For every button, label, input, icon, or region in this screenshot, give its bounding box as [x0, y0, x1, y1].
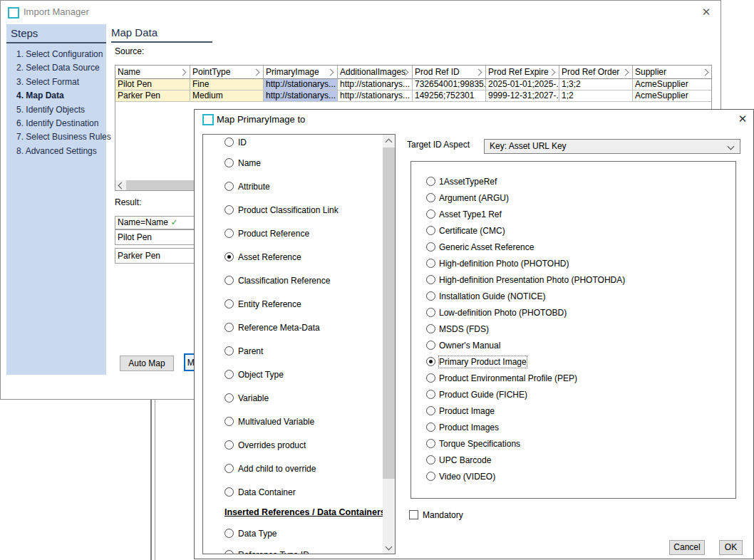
radio-option-parent[interactable]: Parent: [203, 346, 382, 357]
radio-option-id[interactable]: ID: [203, 137, 382, 148]
radio-selected-icon: [426, 357, 435, 366]
column-header-prod-ref-order[interactable]: Prod Ref Order: [559, 66, 633, 79]
result-label: Result:: [115, 197, 141, 207]
radio-option-product-reference[interactable]: Product Reference: [203, 228, 382, 239]
column-header-supplier[interactable]: Supplier: [633, 66, 712, 79]
sidebar-item-2-select-data-source[interactable]: 2. Select Data Source: [16, 62, 105, 73]
table-cell: http://stationarys...: [264, 79, 338, 90]
radio-icon: [224, 299, 234, 308]
radio-option-generic-asset-reference[interactable]: Generic Asset Reference: [411, 242, 723, 253]
radio-option-data-container[interactable]: Data Container: [203, 487, 382, 498]
sidebar-item-6-identify-destination[interactable]: 6. Identify Destination: [16, 118, 105, 129]
radio-option-primary-product-image[interactable]: Primary Product Image: [411, 356, 723, 368]
radio-icon: [426, 373, 435, 383]
radio-option-data-type[interactable]: Data Type: [203, 528, 382, 539]
radio-option-product-environmental-profile-pep[interactable]: Product Environmental Profile (PEP): [411, 373, 723, 384]
radio-option-reference-meta-data[interactable]: Reference Meta-Data: [203, 322, 382, 333]
radio-option-variable[interactable]: Variable: [203, 393, 382, 404]
close-icon[interactable]: ✕: [735, 112, 750, 126]
sidebar-item-1-select-configuration[interactable]: 1. Select Configuration: [16, 48, 105, 60]
radio-label: Product Reference: [238, 228, 309, 239]
close-icon[interactable]: ✕: [699, 5, 713, 19]
radio-option-certificate-cmc[interactable]: Certificate (CMC): [411, 225, 723, 237]
radio-option-1assettyperef[interactable]: 1AssetTypeRef: [411, 176, 723, 187]
radio-option-product-guide-fiche[interactable]: Product Guide (FICHE): [411, 389, 723, 400]
sidebar-item-3-select-format[interactable]: 3. Select Format: [16, 76, 105, 88]
mapping-type-scrollbar[interactable]: [383, 135, 395, 554]
radio-option-video-video[interactable]: Video (VIDEO): [411, 471, 723, 482]
target-id-aspect-select[interactable]: Key: Asset URL Key: [484, 139, 740, 154]
radio-label: Reference Type ID: [238, 549, 309, 554]
radio-icon: [224, 440, 234, 450]
sidebar-item-8-advanced-settings[interactable]: 8. Advanced Settings: [16, 145, 105, 157]
table-cell: 2025-01-01;2025-...: [486, 79, 559, 90]
radio-icon: [224, 393, 234, 403]
radio-option-torque-specifications[interactable]: Torque Specifications: [411, 438, 723, 450]
radio-option-owner-s-manual[interactable]: Owner's Manual: [411, 340, 723, 351]
table-cell: http://stationarys...: [264, 90, 338, 102]
radio-label: Parent: [238, 346, 263, 357]
sidebar-item-4-map-data[interactable]: 4. Map Data: [16, 90, 105, 101]
table-cell: http://stationarys...: [338, 79, 413, 90]
radio-option-asset-reference[interactable]: Asset Reference: [203, 252, 382, 263]
radio-option-msds-fds[interactable]: MSDS (FDS): [411, 323, 723, 335]
radio-label: Entity Reference: [238, 299, 301, 310]
radio-icon: [426, 472, 435, 481]
ok-button[interactable]: OK: [719, 540, 743, 555]
column-header-pointtype[interactable]: PointType: [190, 66, 264, 79]
scroll-down-arrow-icon[interactable]: [383, 541, 395, 554]
cancel-button[interactable]: Cancel: [669, 540, 705, 555]
table-cell: Parker Pen: [115, 90, 190, 102]
column-header-prod-ref-id[interactable]: Prod Ref ID: [413, 66, 486, 79]
radio-label: UPC Barcode: [439, 455, 491, 466]
radio-option-attribute[interactable]: Attribute: [203, 181, 382, 192]
radio-option-argument-argu[interactable]: Argument (ARGU): [411, 192, 723, 204]
radio-label: Argument (ARGU): [439, 192, 509, 204]
radio-label: Data Type: [238, 528, 277, 539]
sidebar-item-5-identify-objects[interactable]: 5. Identify Objects: [16, 104, 105, 115]
radio-icon: [426, 242, 435, 252]
radio-icon: [426, 209, 435, 219]
radio-option-low-definition-photo-photobd[interactable]: Low-definition Photo (PHOTOBD): [411, 307, 723, 318]
vscroll-thumb[interactable]: [383, 147, 395, 479]
radio-label: Low-definition Photo (PHOTOBD): [439, 307, 567, 318]
radio-option-product-classification-link[interactable]: Product Classification Link: [203, 204, 382, 216]
radio-option-installation-guide-notice[interactable]: Installation Guide (NOTICE): [411, 291, 723, 302]
radio-option-product-images[interactable]: Product Images: [411, 422, 723, 433]
scroll-up-arrow-icon[interactable]: [383, 135, 395, 147]
radio-option-multivalued-variable[interactable]: Multivalued Variable: [203, 416, 382, 427]
radio-label: Product Classification Link: [238, 204, 339, 216]
radio-icon: [224, 464, 234, 473]
radio-option-overrides-product[interactable]: Overrides product: [203, 440, 382, 451]
column-header-additionalimages[interactable]: AdditionalImages: [338, 66, 413, 79]
radio-option-asset-type1-ref[interactable]: Asset Type1 Ref: [411, 209, 723, 220]
background-window-edge: [155, 400, 155, 560]
radio-label: High-definition Photo (PHOTOHD): [439, 258, 569, 269]
radio-option-entity-reference[interactable]: Entity Reference: [203, 299, 382, 310]
radio-option-high-definition-photo-photohd[interactable]: High-definition Photo (PHOTOHD): [411, 258, 723, 269]
radio-option-reference-type-id[interactable]: Reference Type ID: [203, 549, 382, 554]
auto-map-button[interactable]: Auto Map: [120, 356, 174, 371]
sidebar-item-7-select-business-rules[interactable]: 7. Select Business Rules: [16, 131, 105, 142]
radio-option-object-type[interactable]: Object Type: [203, 369, 382, 380]
radio-label: MSDS (FDS): [439, 323, 489, 335]
radio-option-upc-barcode[interactable]: UPC Barcode: [411, 455, 723, 466]
steps-sidebar: Steps 1. Select Configuration2. Select D…: [6, 24, 106, 375]
radio-icon: [224, 529, 234, 538]
radio-option-classification-reference[interactable]: Classification Reference: [203, 275, 382, 286]
column-header-name[interactable]: Name: [115, 66, 190, 79]
app-icon: [8, 7, 19, 19]
radio-option-name[interactable]: Name: [203, 157, 382, 169]
column-header-prod-ref-expire[interactable]: Prod Ref Expire: [486, 66, 559, 79]
radio-icon: [224, 205, 234, 214]
mandatory-checkbox[interactable]: [409, 510, 418, 519]
radio-option-high-definition-presentation-photo-photohda[interactable]: High-definition Presentation Photo (PHOT…: [411, 274, 723, 286]
target-id-aspect-label: Target ID Aspect: [407, 140, 470, 150]
scroll-left-arrow-icon[interactable]: [115, 180, 125, 190]
table-cell: 1;2: [559, 90, 633, 102]
column-header-primaryimage[interactable]: PrimaryImage: [264, 66, 338, 79]
radio-option-add-child-to-override[interactable]: Add child to override: [203, 463, 382, 475]
sort-chevron-icon: [327, 69, 334, 76]
radio-icon: [426, 226, 435, 235]
radio-option-product-image[interactable]: Product Image: [411, 405, 723, 417]
